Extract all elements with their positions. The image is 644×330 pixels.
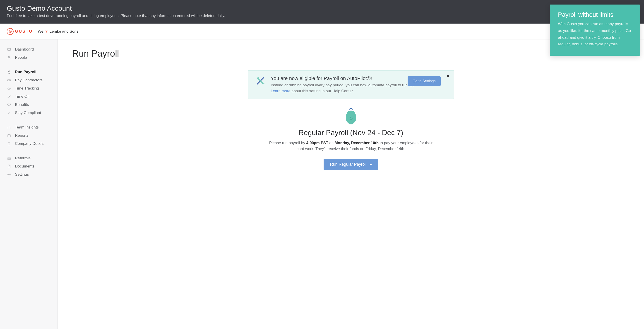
autopilot-notice: You are now eligible for Payroll on Auto… — [248, 70, 454, 99]
company-caption: We ♥ Lemke and Sons — [38, 29, 78, 34]
notice-body-before: Instead of running payroll every pay per… — [271, 83, 418, 87]
reports-icon — [7, 134, 11, 138]
company-details-icon — [7, 142, 11, 146]
notice-body-after: about this setting in our Help Center. — [290, 89, 354, 93]
sidebar-item-label: Stay Compliant — [15, 111, 41, 115]
svg-rect-4 — [8, 80, 11, 81]
sidebar-item-label: Run Payroll — [15, 70, 36, 74]
notice-learn-more-link[interactable]: Learn more — [271, 89, 290, 93]
payroll-title: Regular Payroll (Nov 24 - Dec 7) — [248, 129, 454, 137]
demo-banner-title: Gusto Demo Account — [7, 5, 637, 12]
sidebar-item-label: Documents — [15, 164, 34, 169]
moneybag-icon: $ — [248, 107, 454, 127]
people-icon — [7, 56, 11, 60]
sidebar-item-label: Benefits — [15, 102, 29, 107]
sidebar-item-time-off[interactable]: Time Off — [0, 93, 58, 101]
we-text: We — [38, 29, 44, 34]
benefits-icon — [7, 103, 11, 107]
payroll-date: Monday, December 10th — [335, 141, 378, 145]
payroll-without-limits-popover: Payroll without limits With Gusto you ca… — [550, 5, 640, 56]
company-name: Lemke and Sons — [50, 29, 78, 34]
team-insights-icon — [7, 125, 11, 129]
sidebar-item-settings[interactable]: Settings — [0, 170, 58, 179]
svg-point-12 — [257, 78, 258, 78]
page-title: Run Payroll — [72, 49, 630, 59]
referrals-icon — [7, 156, 11, 160]
sidebar-item-label: Dashboard — [15, 47, 34, 52]
payroll-desc: Please run payroll by 4:00pm PST on Mond… — [265, 140, 437, 152]
topbar: G GUSTO We ♥ Lemke and Sons — [0, 24, 644, 40]
payroll-block: $ Regular Payroll (Nov 24 - Dec 7) Pleas… — [248, 107, 454, 170]
svg-rect-8 — [8, 158, 10, 160]
sidebar: DashboardPeopleRun PayrollPay Contractor… — [0, 40, 58, 329]
time-tracking-icon — [7, 86, 11, 90]
demo-banner: Gusto Demo Account Feel free to take a t… — [0, 0, 644, 24]
sidebar-item-time-tracking[interactable]: Time Tracking — [0, 84, 58, 93]
close-icon: ✕ — [446, 74, 450, 78]
svg-point-9 — [8, 174, 10, 175]
svg-text:$: $ — [349, 114, 352, 121]
svg-rect-2 — [8, 49, 11, 51]
sidebar-item-dashboard[interactable]: Dashboard — [0, 45, 58, 54]
sidebar-item-label: People — [15, 55, 27, 60]
sidebar-item-label: Team Insights — [15, 125, 39, 130]
autopilot-icon — [255, 76, 266, 87]
sidebar-item-documents[interactable]: Documents — [0, 162, 58, 170]
pay-contractors-icon — [7, 78, 11, 82]
heart-icon: ♥ — [45, 29, 48, 34]
payroll-mid: on — [328, 141, 335, 145]
svg-point-3 — [8, 56, 10, 58]
sidebar-item-benefits[interactable]: Benefits — [0, 101, 58, 109]
svg-point-5 — [9, 80, 10, 81]
sidebar-item-referrals[interactable]: Referrals — [0, 154, 58, 162]
payroll-desc-before: Please run payroll by — [269, 141, 306, 145]
sidebar-item-label: Time Tracking — [15, 86, 39, 91]
run-button-label: Run Regular Payroll — [330, 162, 366, 167]
sidebar-item-people[interactable]: People — [0, 54, 58, 62]
main: Run Payroll You are now eligible for Pay… — [58, 40, 644, 329]
sidebar-item-label: Referrals — [15, 156, 30, 160]
dashboard-icon — [7, 47, 11, 52]
sidebar-item-run-payroll[interactable]: Run Payroll — [0, 68, 58, 76]
popover-body: With Gusto you can run as many payrolls … — [558, 21, 632, 48]
sidebar-item-team-insights[interactable]: Team Insights — [0, 123, 58, 131]
run-payroll-icon — [7, 70, 11, 74]
notice-title: You are now eligible for Payroll on Auto… — [271, 76, 426, 81]
sidebar-item-label: Pay Contractors — [15, 78, 42, 83]
popover-title: Payroll without limits — [558, 11, 632, 18]
logo-text: GUSTO — [15, 29, 33, 34]
logo-mark-icon: G — [7, 28, 14, 35]
sidebar-item-pay-contractors[interactable]: Pay Contractors — [0, 76, 58, 84]
sidebar-item-reports[interactable]: Reports — [0, 131, 58, 140]
time-off-icon — [7, 95, 11, 99]
caret-right-icon: ▶ — [370, 163, 372, 166]
run-regular-payroll-button[interactable]: Run Regular Payroll ▶ — [324, 159, 378, 170]
svg-point-13 — [264, 83, 264, 84]
sidebar-item-company-details[interactable]: Company Details — [0, 140, 58, 148]
notice-body: Instead of running payroll every pay per… — [271, 82, 426, 94]
stay-compliant-icon — [7, 111, 11, 115]
sidebar-item-label: Settings — [15, 172, 29, 177]
sidebar-item-label: Company Details — [15, 141, 44, 146]
sidebar-item-label: Reports — [15, 133, 28, 138]
documents-icon — [7, 164, 11, 168]
sidebar-item-stay-compliant[interactable]: Stay Compliant — [0, 109, 58, 117]
logo[interactable]: G GUSTO — [7, 28, 33, 35]
payroll-time: 4:00pm PST — [306, 141, 328, 145]
sidebar-item-label: Time Off — [15, 94, 30, 99]
demo-banner-subtitle: Feel free to take a test drive running p… — [7, 14, 637, 18]
settings-icon — [7, 172, 11, 177]
notice-close-button[interactable]: ✕ — [446, 74, 450, 79]
go-to-settings-button[interactable]: Go to Settings — [408, 76, 440, 86]
